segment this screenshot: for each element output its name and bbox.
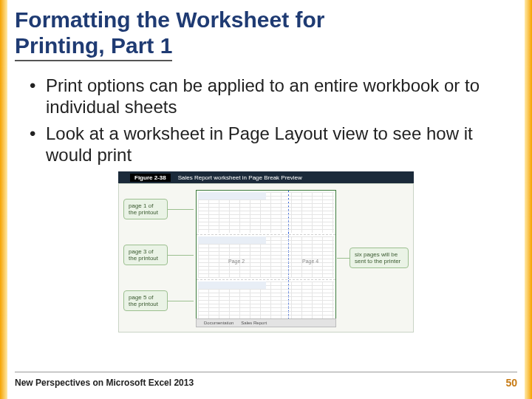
title-line-2: Printing, Part 1 [15, 33, 172, 58]
figure-header: Figure 2-38 Sales Report worksheet in Pa… [118, 171, 414, 183]
figure: Figure 2-38 Sales Report worksheet in Pa… [118, 171, 414, 341]
callout-page-1: page 1 of the printout [123, 199, 168, 219]
slide-content: Formatting the Worksheet for Printing, P… [15, 4, 517, 399]
slide-edge-right [525, 0, 532, 399]
page-number: 50 [505, 377, 517, 389]
worksheet-preview: Big Red Wraps [196, 190, 336, 324]
sheet-section [197, 235, 335, 279]
slide-title: Formatting the Worksheet for Printing, P… [15, 4, 517, 64]
page-watermark-4: Page 4 [302, 259, 318, 264]
callout-connector [167, 209, 194, 210]
callout-text: six pages will be sent to the printer [355, 251, 400, 265]
page-watermark-2: Page 2 [228, 259, 245, 264]
sheet-section [197, 191, 335, 235]
callout-text: page 1 of the printout [129, 202, 158, 216]
callout-six-pages: six pages will be sent to the printer [349, 248, 409, 268]
sheet-section [197, 280, 335, 324]
tab-documentation: Documentation [204, 321, 233, 325]
title-line-1: Formatting the Worksheet for [15, 7, 517, 33]
callout-connector [167, 255, 194, 256]
figure-label: Figure 2-38 [130, 174, 171, 182]
callout-text: page 5 of the printout [129, 294, 158, 307]
bullet-list: Print options can be applied to an entir… [15, 75, 517, 166]
callout-page-3: page 3 of the printout [123, 245, 168, 265]
callout-page-5: page 5 of the printout [123, 290, 168, 311]
callout-text: page 3 of the printout [129, 248, 158, 262]
footer-text: New Perspectives on Microsoft Excel 2013 [15, 378, 194, 388]
bullet-item: Look at a worksheet in Page Layout view … [34, 123, 517, 166]
tab-sales-report: Sales Report [241, 321, 267, 325]
callout-connector [167, 301, 194, 301]
sheet-tabs: Documentation Sales Report [196, 318, 336, 327]
sheet-rows [197, 191, 335, 324]
slide-footer: New Perspectives on Microsoft Excel 2013… [15, 372, 517, 389]
figure-body: page 1 of the printout page 3 of the pri… [118, 183, 414, 332]
slide-edge-left [0, 0, 7, 399]
callout-connector [337, 258, 350, 259]
figure-caption: Sales Report worksheet in Page Break Pre… [178, 174, 302, 181]
bullet-item: Print options can be applied to an entir… [34, 75, 517, 118]
